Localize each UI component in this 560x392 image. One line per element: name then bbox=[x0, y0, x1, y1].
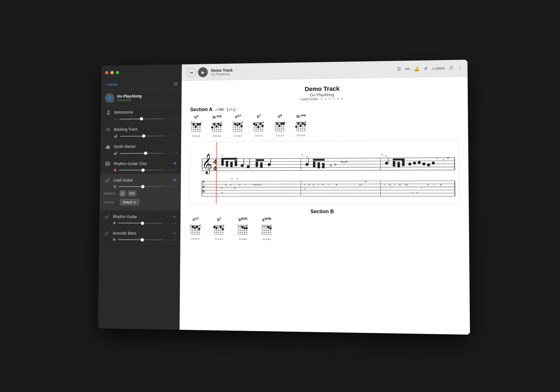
svg-text:3: 3 bbox=[381, 153, 383, 156]
track-item-backing[interactable]: Backing Track 🔊 L ——— R bbox=[101, 123, 181, 141]
svg-point-112 bbox=[302, 122, 304, 125]
more-icon[interactable]: ⋮ bbox=[458, 66, 462, 71]
volume-slider-synth[interactable] bbox=[120, 153, 163, 154]
lr-label-metronome: L ——— R bbox=[165, 117, 177, 120]
svg-point-244 bbox=[222, 228, 224, 230]
chord-b-d7: D7 5 bbox=[213, 217, 226, 240]
library-back-button[interactable]: ‹ Library bbox=[105, 82, 118, 87]
sidebar-header: ‹ Library ▤ bbox=[101, 79, 181, 90]
chord-g6-2: G6 3 bbox=[274, 114, 286, 137]
svg-point-82 bbox=[262, 125, 264, 127]
svg-text:H: H bbox=[231, 178, 233, 180]
loop-icon[interactable]: ↺ bbox=[424, 66, 427, 71]
svg-line-120 bbox=[202, 181, 455, 181]
svg-text:4-4-4-5: 4-4-4-5 bbox=[253, 183, 261, 186]
svg-text:5: 5 bbox=[242, 120, 243, 123]
app-window: ‹ Library ▤ 👤 Go PlayAlong connected bbox=[98, 60, 470, 335]
svg-point-196 bbox=[422, 162, 425, 165]
svg-text:4: 4 bbox=[305, 120, 306, 122]
svg-line-115 bbox=[202, 158, 455, 159]
score-area: Demo Track Go PlayAlong Lead Guitar · E … bbox=[179, 77, 470, 335]
svg-rect-143 bbox=[221, 160, 224, 165]
svg-point-35 bbox=[199, 123, 201, 125]
svg-text:9: 9 bbox=[322, 183, 323, 186]
volume-icon-rhythm: 🔇 bbox=[113, 221, 116, 225]
select-button[interactable]: Select ∨ bbox=[120, 199, 139, 206]
svg-text:7: 7 bbox=[421, 186, 423, 189]
bell-icon[interactable]: 🔔 bbox=[414, 66, 420, 71]
track-item-synth[interactable]: Synth Master 🔊 L ——— R bbox=[100, 140, 181, 158]
notation-row: Notation ♩ 5/3 bbox=[104, 190, 177, 197]
volume-slider-lead[interactable] bbox=[119, 186, 163, 187]
svg-text:8: 8 bbox=[399, 183, 401, 186]
layout-icon[interactable]: ▤ bbox=[174, 81, 178, 86]
svg-rect-153 bbox=[260, 162, 263, 168]
maximize-button[interactable] bbox=[116, 71, 119, 74]
track-list: Metronome — L ——— R bbox=[98, 106, 181, 330]
svg-point-97 bbox=[281, 123, 283, 125]
toolbar-right: ☰ ••• 🔔 ↺ ♩=100% ⏱ ⋮ bbox=[397, 66, 462, 72]
volume-icon-bass: 🔇 bbox=[113, 238, 116, 241]
minimize-button[interactable] bbox=[111, 71, 114, 74]
rewind-button[interactable]: ⏮ bbox=[186, 67, 196, 77]
track-item-acoustic-bass[interactable]: Acoustic Bass 👁 🔇 L ——— R bbox=[99, 227, 180, 244]
svg-text:7: 7 bbox=[304, 183, 305, 186]
svg-line-14 bbox=[109, 178, 110, 178]
svg-text:x: x bbox=[267, 223, 269, 225]
notation-note-btn[interactable]: ♩ bbox=[120, 190, 125, 197]
svg-rect-5 bbox=[109, 146, 110, 149]
menu-icon[interactable]: ☰ bbox=[397, 66, 401, 72]
chord-am7: Am7 5 x bbox=[232, 114, 244, 137]
svg-line-116 bbox=[202, 161, 455, 162]
svg-rect-3 bbox=[107, 146, 108, 149]
svg-point-34 bbox=[197, 123, 199, 126]
svg-text:4: 4 bbox=[221, 121, 222, 123]
svg-point-66 bbox=[238, 123, 241, 125]
play-button[interactable]: ▶ bbox=[198, 67, 208, 77]
svg-text:5: 5 bbox=[199, 223, 200, 226]
volume-slider-metronome[interactable] bbox=[120, 118, 164, 119]
svg-point-51 bbox=[211, 126, 213, 129]
svg-text:x: x bbox=[237, 223, 239, 225]
svg-point-17 bbox=[105, 233, 108, 235]
online-dot bbox=[112, 101, 115, 103]
svg-text:5: 5 bbox=[270, 223, 271, 226]
section-a-tempo: ♩=95 (♪=♩) bbox=[215, 107, 235, 111]
close-button[interactable] bbox=[105, 71, 109, 74]
chord-g6: G6 3 bbox=[190, 115, 202, 138]
svg-text:p: p bbox=[440, 183, 442, 186]
volume-slider-rhythm-chor[interactable] bbox=[119, 170, 163, 171]
svg-text:4: 4 bbox=[221, 186, 223, 189]
volume-slider-rhythm[interactable] bbox=[118, 223, 162, 224]
dots-icon[interactable]: ••• bbox=[405, 66, 410, 71]
svg-point-47 bbox=[213, 123, 216, 125]
svg-text:7: 7 bbox=[412, 191, 413, 194]
track-item-lead-guitar[interactable]: Lead Guitar 👁 🔇 L ——— R Notation ♩ bbox=[100, 174, 181, 211]
svg-point-30 bbox=[191, 122, 192, 123]
player-controls: ⏮ ▶ bbox=[186, 67, 208, 77]
eye-icon-bass[interactable]: 👁 bbox=[173, 231, 176, 235]
notation-tab-btn[interactable]: 5/3 bbox=[128, 190, 137, 197]
track-item-metronome[interactable]: Metronome — L ——— R bbox=[101, 106, 181, 123]
timer-icon[interactable]: ⏱ bbox=[449, 66, 454, 71]
volume-slider-backing[interactable] bbox=[120, 136, 163, 137]
eye-icon-rhythm[interactable]: 👁 bbox=[173, 215, 176, 219]
svg-text:7: 7 bbox=[328, 183, 329, 186]
svg-text:H: H bbox=[385, 155, 387, 158]
volume-slider-bass[interactable] bbox=[118, 239, 162, 240]
svg-point-229 bbox=[198, 228, 200, 230]
svg-point-64 bbox=[234, 123, 236, 125]
svg-point-65 bbox=[236, 124, 239, 126]
track-item-rhythm-chor[interactable]: Rhythm Guitar Chor 👁 🔇 L ——— R bbox=[100, 157, 181, 174]
svg-text:x: x bbox=[233, 121, 234, 123]
svg-text:o: o bbox=[262, 223, 263, 225]
track-item-rhythm[interactable]: Rhythm Guitar 👁 🔇 L ——— R bbox=[99, 211, 180, 227]
svg-text:7: 7 bbox=[394, 183, 396, 186]
lr-label-synth: L ——— R bbox=[165, 152, 177, 155]
svg-text:8: 8 bbox=[365, 180, 367, 183]
svg-text:B: B bbox=[202, 189, 205, 193]
chord-b-am7: Am7 5 x bbox=[189, 217, 202, 240]
eye-icon-lead[interactable]: 👁 bbox=[173, 178, 177, 182]
eye-icon-rhythm-chor[interactable]: 👁 bbox=[173, 161, 177, 166]
section-b-title: Section B bbox=[189, 208, 459, 215]
